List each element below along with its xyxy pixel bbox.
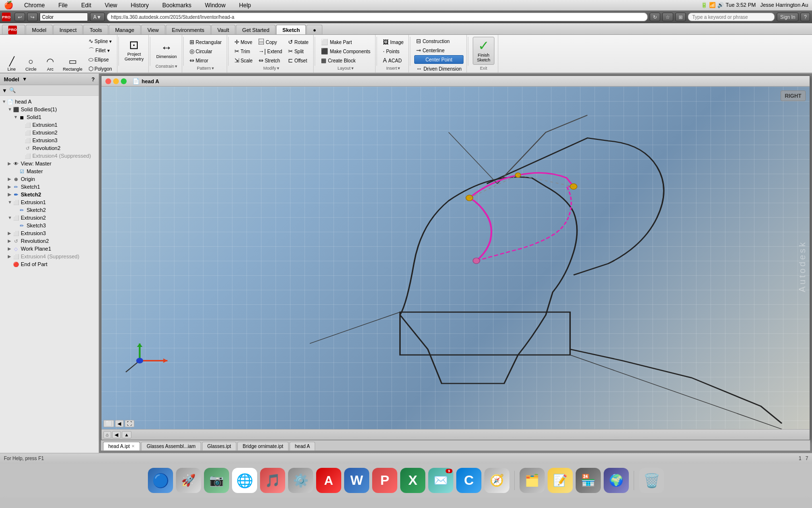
insert-arrow[interactable]: ▾ [398,66,400,71]
tree-head-a[interactable]: ▼ 📄 head A [0,98,99,105]
tree-extrusion2-a[interactable]: ⬜ Extrusion2 [17,129,99,136]
tree-solid1[interactable]: ▼ ◼ Solid1 [12,113,99,121]
acad-button[interactable]: A ACAD [381,56,406,65]
tree-revolution2-b[interactable]: ▶ ↺ Revolution2 [6,237,99,245]
constrain-arrow[interactable]: ▾ [175,64,177,69]
tab-head-a-ipt[interactable]: head A.ipt ✕ [103,442,140,450]
move-button[interactable]: ✛ Move [232,38,255,46]
dock-store[interactable]: 🏪 [576,468,601,493]
tree-origin[interactable]: ▶ ⊕ Origin [6,175,99,183]
tree-solid-bodies[interactable]: ▼ ⬛ Solid Bodies(1) [6,105,99,113]
menu-window[interactable]: Window [202,1,229,10]
dimension-button[interactable]: ↔ Dimension [154,37,179,64]
undo-button[interactable]: ↩ [14,13,25,21]
dock-excel[interactable]: X [400,468,425,493]
spline-button[interactable]: ∿ Spline ▾ [87,37,114,45]
center-point-button[interactable]: Center Point [414,55,464,64]
trim-button[interactable]: ✂ Trim [232,47,255,56]
dock-word[interactable]: W [344,468,369,493]
dock-notes[interactable]: 📝 [548,468,573,493]
panel-dropdown-arrow[interactable]: ▾ [23,76,26,82]
extend-button[interactable]: →| Extend [257,47,284,56]
tree-extrusion3-a[interactable]: ⬜ Extrusion3 [17,136,99,144]
dock-chrome[interactable]: 🌐 [232,468,257,493]
menu-help[interactable]: Help [236,1,254,10]
help-button[interactable]: ? [800,13,810,21]
dock-browser[interactable]: 🌍 [604,468,629,493]
viewport-canvas[interactable]: RIGHT Autodesk [102,87,810,429]
menu-edit[interactable]: Edit [78,1,94,10]
vp-prev-button[interactable]: ◀ [115,420,124,427]
tab-inspect[interactable]: Inspect [53,25,83,34]
tree-extrusion1-a[interactable]: ⬜ Extrusion1 [17,121,99,129]
tab-sketch[interactable]: Sketch [276,25,306,34]
project-geometry-button[interactable]: ⊡ ProjectGeometry [123,37,146,64]
stretch-button[interactable]: ⇔ Stretch [257,56,284,65]
tree-extrusion4-b[interactable]: ▶ ⬜ Extrusion4 (Suppressed) [6,253,99,260]
apple-menu[interactable]: 🍎 [4,0,14,10]
dock-finder[interactable]: 🔵 [148,468,173,493]
bookmark-button[interactable]: ☆ [662,13,673,21]
dock-powerpoint[interactable]: P [372,468,397,493]
tab-glasses-ipt[interactable]: Glasses.ipt [202,442,236,450]
win-min-button[interactable] [113,78,119,84]
fillet-button[interactable]: ⌒ Fillet ▾ [87,46,114,55]
url-bar[interactable] [107,13,648,21]
copy-button[interactable]: ⿳ Copy [257,38,284,46]
dock-launchpad[interactable]: 🚀 [176,468,201,493]
tree-sketch1[interactable]: ▶ ✏ Sketch1 [6,183,99,191]
tab-extra[interactable]: ● [306,25,322,34]
tab-head-a[interactable]: head A [290,442,315,450]
tab-bridge-ornate[interactable]: Bridge ornimate.ipt [237,442,289,450]
centerline-button[interactable]: ⊸ Centerline [414,46,464,55]
tab-get-started[interactable]: Get Started [236,25,276,34]
finish-sketch-button[interactable]: ✓ FinishSketch [473,37,495,65]
dock-preview[interactable]: 📷 [204,468,229,493]
win-max-button[interactable] [121,78,127,84]
split-button[interactable]: ✂ Split [286,47,310,56]
tree-workplane1[interactable]: ▶ ◇ Work Plane1 [6,245,99,253]
offset-button[interactable]: ⊏ Offset [286,56,310,65]
extensions-button[interactable]: ⊞ [675,13,686,21]
mirror-button[interactable]: ⇔ Mirror [188,56,224,65]
tree-extrusion3-b[interactable]: ▶ ⬜ Extrusion3 [6,229,99,237]
tree-extrusion4-supp[interactable]: ⬜ Extrusion4 (Suppressed) [17,152,99,160]
panel-search-icon[interactable]: 🔍 [9,87,16,93]
tab-view[interactable]: View [141,25,165,34]
scale-button[interactable]: ⇲ Scale [232,56,255,65]
format-button[interactable]: A▼ [90,13,105,21]
driven-dimension-button[interactable]: ↔ Driven Dimension [414,64,464,73]
menu-history[interactable]: History [128,1,152,10]
tree-end-of-part[interactable]: 🔴 End of Part [6,260,99,268]
tab-environments[interactable]: Environments [166,25,211,34]
menu-chrome[interactable]: Chrome [21,1,48,10]
reload-button[interactable]: ↻ [650,13,660,21]
color-input[interactable] [40,13,88,21]
tree-master[interactable]: ☑ Master [12,167,99,175]
polygon-button[interactable]: ⬡ Polygon [87,64,114,73]
rectangle-button[interactable]: ▭ Rectangle [61,51,85,74]
tab-pro[interactable]: PRO [2,25,25,34]
make-part-button[interactable]: ⬜ Make Part [319,38,372,46]
tree-sketch3[interactable]: ✏ Sketch3 [12,222,99,229]
tab-tools[interactable]: Tools [83,25,108,34]
dock-itunes[interactable]: 🎵 [260,468,285,493]
image-button[interactable]: 🖼 Image [381,38,406,46]
construction-button[interactable]: ⊟ Construction [414,37,464,45]
layout-arrow[interactable]: ▾ [351,66,354,71]
circle-button[interactable]: ○ Circle [22,51,40,74]
tab-vault[interactable]: Vault [211,25,235,34]
tree-extrusion1-b[interactable]: ▼ ⬜ Extrusion1 [6,198,99,206]
win-close-button[interactable] [105,78,111,84]
tree-view-master[interactable]: ▶ 👁 View: Master [6,160,99,167]
dock-safari[interactable]: 🧭 [484,468,509,493]
dock-inventor[interactable]: A [316,468,341,493]
rotate-button[interactable]: ↺ Rotate [286,38,310,46]
tree-extrusion2-b[interactable]: ▼ ⬜ Extrusion2 [6,214,99,222]
tree-sketch2-bold[interactable]: ▶ ✏ Sketch2 [6,191,99,198]
tree-sketch2-b[interactable]: ✏ Sketch2 [12,206,99,214]
line-button[interactable]: ╱ Line [3,51,20,74]
points-button[interactable]: · Points [381,47,406,56]
menu-bookmarks[interactable]: Bookmarks [160,1,194,10]
vp-nav-cube-button[interactable]: ⬜ [103,420,114,427]
